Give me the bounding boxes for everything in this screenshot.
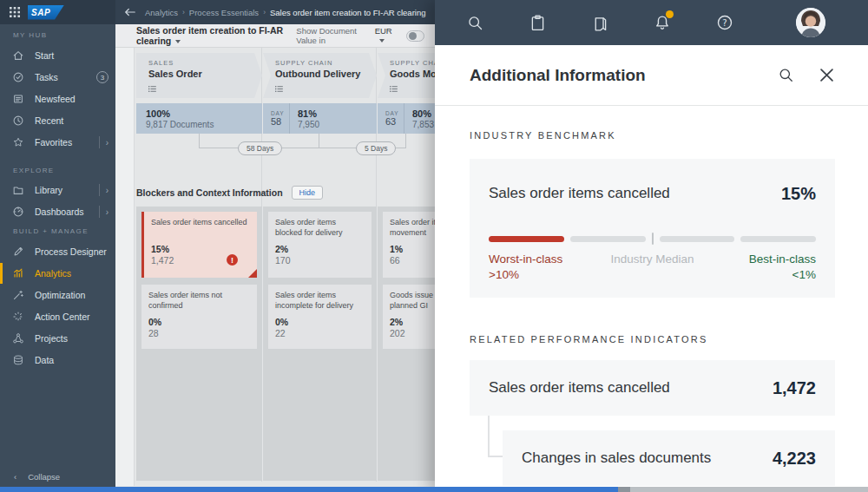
chevron-right-icon[interactable]: › xyxy=(106,207,108,217)
back-arrow-icon[interactable] xyxy=(115,7,145,17)
kpi-card-cancelled[interactable]: Sales order items cancelled 1,472 xyxy=(470,360,835,416)
search-icon[interactable] xyxy=(463,10,487,35)
currency-value: EUR xyxy=(375,26,392,36)
sidebar-item-recent[interactable]: Recent xyxy=(0,110,115,131)
avatar[interactable] xyxy=(796,8,825,37)
chevron-right-icon[interactable]: › xyxy=(106,186,108,195)
list-icon[interactable] xyxy=(274,84,284,94)
sidebar-item-start[interactable]: Start xyxy=(0,45,115,66)
clipboard-icon[interactable] xyxy=(525,10,549,35)
breadcrumb-item[interactable]: Process Essentials xyxy=(189,8,259,17)
stage-category: SUPPLY CHAIN xyxy=(390,59,435,67)
duration-pill: 58 Days xyxy=(238,141,282,155)
sidebar-item-analytics[interactable]: Analytics xyxy=(0,263,115,284)
apps-grid-icon[interactable] xyxy=(10,7,20,17)
blocker-card-blocked-delivery[interactable]: Sales order items blocked for delivery 2… xyxy=(268,212,372,278)
sidebar-item-optimization[interactable]: Optimization xyxy=(0,285,115,305)
breadcrumb-bar: Analytics › Process Essentials › Sales o… xyxy=(115,0,435,24)
blocker-card-goods-issue[interactable]: Goods issue posted planned GI 2% 202 xyxy=(383,285,435,349)
kpi-value: 1,472 xyxy=(773,378,816,398)
metric-cell-goods-movement[interactable]: DAY 63 80% 7,853 xyxy=(378,103,435,134)
stage-name: Sales Order xyxy=(148,69,253,79)
day-value: 58 xyxy=(271,116,289,127)
dashboards-icon xyxy=(12,206,24,218)
sidebar-item-label: Newsfeed xyxy=(35,94,76,104)
day-value: 63 xyxy=(385,116,404,127)
related-kpi-section-label: RELATED PERFORMANCE INDICATORS xyxy=(470,334,707,344)
sidebar-header: SAP xyxy=(0,0,115,24)
chevron-right-icon[interactable]: › xyxy=(106,138,108,148)
currency-dropdown[interactable]: EUR xyxy=(375,26,397,45)
list-icon[interactable] xyxy=(148,84,157,94)
duration-label: 5 Days xyxy=(365,144,387,153)
warning-icon[interactable]: ! xyxy=(227,254,238,266)
hide-button[interactable]: Hide xyxy=(292,186,324,200)
process-workspace: Analytics › Process Essentials › Sales o… xyxy=(115,0,435,492)
sidebar-item-label: Start xyxy=(35,50,54,61)
stage-category: SALES xyxy=(148,59,253,67)
process-title: Sales order item creation to FI-AR clear… xyxy=(136,25,283,46)
blocker-card-cancelled[interactable]: Sales order items cancelled 15% 1,472 ! xyxy=(141,212,257,278)
blocker-card-incomplete-delivery[interactable]: Sales order items incomplete for deliver… xyxy=(268,285,372,349)
panel-search-icon[interactable] xyxy=(778,67,794,83)
collapse-button[interactable]: ‹ Collapse xyxy=(0,472,115,482)
star-icon xyxy=(12,136,24,148)
sidebar-item-dashboards[interactable]: Dashboards › xyxy=(0,201,115,222)
list-icon[interactable] xyxy=(389,84,398,94)
stage-goods-movement[interactable]: SUPPLY CHAIN Goods Movement xyxy=(378,53,435,98)
benchmark-segment-best xyxy=(740,236,816,242)
sidebar-item-process-designer[interactable]: Process Designer xyxy=(0,241,115,262)
stage-outbound-delivery[interactable]: SUPPLY CHAIN Outbound Delivery xyxy=(263,53,377,98)
scrollbar-accent xyxy=(0,487,618,492)
sidebar-item-data[interactable]: Data xyxy=(0,350,115,371)
help-icon[interactable]: ? xyxy=(713,10,737,35)
worst-in-class-value: >10% xyxy=(489,268,596,281)
day-label: DAY xyxy=(271,110,289,116)
process-toolbar: Sales order item creation to FI-AR clear… xyxy=(115,24,435,48)
cube-icon[interactable] xyxy=(588,10,612,35)
metric-cell-outbound-delivery[interactable]: DAY 58 81% 7,950 xyxy=(263,103,377,134)
sidebar-item-tasks[interactable]: Tasks 3 xyxy=(0,67,115,88)
stage-percent: 81% xyxy=(298,108,319,119)
horizontal-scrollbar[interactable] xyxy=(0,487,868,492)
connector-line xyxy=(405,134,406,148)
sidebar-item-library[interactable]: Library › xyxy=(0,180,115,200)
sidebar-item-projects[interactable]: Projects xyxy=(0,328,115,349)
sidebar-item-newsfeed[interactable]: Newsfeed xyxy=(0,89,115,109)
sidebar-item-favorites[interactable]: Favorites › xyxy=(0,132,115,153)
sap-logo[interactable]: SAP xyxy=(28,5,64,20)
stage-sales-order[interactable]: SALES Sales Order xyxy=(136,53,262,98)
worst-in-class-label: Worst-in-class >10% xyxy=(489,253,596,281)
panel-header: Additional Information xyxy=(435,45,868,106)
blocker-percent: 1% xyxy=(390,244,435,254)
kpi-card-changes[interactable]: Changes in sales documents 4,223 xyxy=(503,430,835,486)
blocker-card-goods-movement[interactable]: Sales order items goods movement 1% 66 xyxy=(383,212,435,278)
chevron-down-icon xyxy=(175,40,181,43)
scrollbar-track xyxy=(630,487,868,492)
blocker-title: Sales order items incomplete for deliver… xyxy=(275,291,365,312)
document-value-toggle[interactable] xyxy=(406,30,424,42)
sidebar-item-label: Data xyxy=(35,355,54,365)
day-label: DAY xyxy=(385,110,404,116)
close-icon[interactable] xyxy=(820,69,833,82)
best-in-class-value: <1% xyxy=(708,268,816,281)
process-title-dropdown[interactable]: Sales order item creation to FI-AR clear… xyxy=(136,25,296,46)
app-root: SAP MY HUB Start Tasks 3 Newsfeed Recent… xyxy=(0,0,868,492)
stage-count: 7,950 xyxy=(298,120,319,129)
median-tick xyxy=(652,233,654,245)
alert-corner-marker xyxy=(248,269,257,278)
blocker-percent: 0% xyxy=(148,317,250,327)
show-value-label: Show Document Value in xyxy=(296,26,370,45)
best-in-class-label: Best-in-class <1% xyxy=(708,253,816,281)
shell-header: ? xyxy=(435,0,868,45)
blocker-title: Sales order items blocked for delivery xyxy=(275,218,365,239)
sidebar-item-label: Dashboards xyxy=(35,207,84,217)
blocker-card-not-confirmed[interactable]: Sales order items not confirmed 0% 28 xyxy=(141,285,257,349)
sidebar-section-explore: EXPLORE xyxy=(13,167,55,174)
metric-cell-sales-order[interactable]: 100% 9,817 Documents xyxy=(136,103,262,134)
breadcrumb-item[interactable]: Analytics xyxy=(145,8,178,17)
scrollbar-thumb[interactable] xyxy=(618,487,630,492)
bell-icon[interactable] xyxy=(650,10,674,35)
sidebar-item-action-center[interactable]: Action Center xyxy=(0,306,115,327)
kpi-value: 4,223 xyxy=(773,449,816,469)
